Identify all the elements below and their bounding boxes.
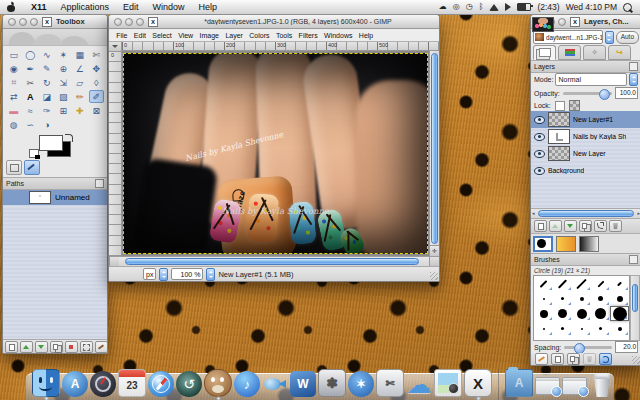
image-menu-layer[interactable]: Layer <box>222 32 246 39</box>
wifi-icon[interactable] <box>489 4 499 11</box>
vertical-scrollbar[interactable]: ✛ <box>429 51 439 256</box>
image-selector-stepper[interactable] <box>605 31 614 44</box>
raise-layer-button[interactable] <box>549 220 562 232</box>
zoom-input[interactable]: 100 % <box>171 268 203 280</box>
dock-icon-itunes[interactable]: ♪ <box>234 371 260 397</box>
brush-cell[interactable] <box>572 276 591 291</box>
brush-cell[interactable] <box>591 291 610 306</box>
fuzzy-select-icon[interactable]: ✶ <box>56 48 72 61</box>
brush-cell[interactable] <box>534 306 553 321</box>
zoom-button[interactable] <box>558 18 566 26</box>
apple-menu-icon[interactable] <box>7 3 16 12</box>
pencil-tool-icon[interactable]: ✏ <box>72 90 88 103</box>
brush-cell[interactable] <box>534 276 553 291</box>
visibility-eye-icon[interactable] <box>534 133 545 141</box>
dock-icon-finder[interactable] <box>32 369 60 397</box>
delete-brush-button[interactable] <box>583 353 596 365</box>
image-menu-image[interactable]: Image <box>196 32 222 39</box>
brush-cell[interactable] <box>572 306 591 321</box>
image-menu-colors[interactable]: Colors <box>246 32 273 39</box>
quick-mask-button[interactable] <box>109 257 119 266</box>
duplicate-layer-button[interactable] <box>579 220 592 232</box>
brush-cell[interactable] <box>610 291 629 306</box>
dock-icon-word[interactable]: W <box>290 371 316 397</box>
swap-colors-icon[interactable] <box>65 134 73 142</box>
ink-tool-icon[interactable]: ✑ <box>39 104 55 117</box>
foreground-color-swatch[interactable] <box>39 135 63 151</box>
menu-applications[interactable]: Applications <box>54 2 117 12</box>
measure-tool-icon[interactable]: ∠ <box>72 62 88 75</box>
image-menu-help[interactable]: Help <box>356 32 377 39</box>
brush-cell[interactable] <box>553 306 572 321</box>
delete-layer-button[interactable] <box>609 220 622 232</box>
zoom-button[interactable] <box>30 18 38 26</box>
airbrush-tool-icon[interactable]: ≈ <box>23 104 39 117</box>
bluetooth-icon[interactable]: ᛒ <box>479 0 484 14</box>
image-canvas[interactable]: china glaze Nail Lacquer WITH HARDENERS … <box>122 51 429 256</box>
dock-icon-time-machine[interactable]: ↺ <box>176 371 202 397</box>
image-menu-select[interactable]: Select <box>149 32 175 39</box>
color-picker-icon[interactable]: ✎ <box>39 62 55 75</box>
brush-cell[interactable] <box>591 306 610 321</box>
dock-icon-dashboard[interactable] <box>90 371 116 397</box>
brushes-menu-button[interactable] <box>629 255 638 264</box>
sync-icon[interactable]: ◎ <box>453 0 460 14</box>
zoom-stepper[interactable] <box>206 268 215 281</box>
brush-cell[interactable] <box>534 291 553 306</box>
layer-row[interactable]: Nails by Kayla Sh <box>531 128 640 145</box>
duplicate-path-button[interactable] <box>50 341 63 353</box>
brushes-scrollbar-thumb[interactable] <box>632 284 638 312</box>
brush-cell[interactable] <box>534 321 553 336</box>
spacing-slider-thumb[interactable] <box>574 343 585 354</box>
layer-row[interactable]: Background <box>531 162 640 179</box>
tab-paths[interactable]: ✧ <box>583 45 606 60</box>
dock-icon-mobileme-cloud[interactable]: ☁ <box>406 371 432 397</box>
image-menu-file[interactable]: File <box>113 32 131 39</box>
zoom-button[interactable] <box>136 18 144 26</box>
unit-select[interactable]: px <box>143 268 156 280</box>
spotlight-icon[interactable] <box>623 3 632 12</box>
visibility-eye-icon[interactable] <box>534 150 545 158</box>
opacity-value[interactable]: 100.0 <box>615 87 638 99</box>
tab-device-status[interactable] <box>6 160 22 175</box>
active-brush-preview[interactable] <box>533 236 553 252</box>
dock-icon-app-store[interactable]: A <box>62 371 88 397</box>
dock-icon-sync-app[interactable]: ✶ <box>348 371 374 397</box>
layers-hscrollbar-thumb[interactable] <box>538 210 634 217</box>
move-tool-icon[interactable]: ✥ <box>89 62 105 75</box>
flip-tool-icon[interactable]: ⇄ <box>6 90 22 103</box>
menu-edit[interactable]: Edit <box>116 2 146 12</box>
dock-icon-grab-utility[interactable]: ✄ <box>376 369 404 397</box>
blur-tool-icon[interactable]: ◍ <box>6 118 22 131</box>
foreground-select-icon[interactable]: ◉ <box>6 62 22 75</box>
image-menu-tools[interactable]: Tools <box>273 32 296 39</box>
shear-tool-icon[interactable]: ▱ <box>72 76 88 89</box>
minimize-button[interactable] <box>19 18 27 26</box>
dock-icon-trash[interactable] <box>589 371 615 397</box>
minimize-button[interactable] <box>125 18 133 26</box>
dock-icon-applications-folder[interactable]: A <box>505 369 533 397</box>
lower-layer-button[interactable] <box>564 220 577 232</box>
lock-checkbox[interactable] <box>555 101 565 111</box>
visibility-eye-icon[interactable] <box>534 167 545 175</box>
text-tool-icon[interactable]: A <box>23 90 39 103</box>
select-by-color-icon[interactable]: ▦ <box>72 48 88 61</box>
brush-cell[interactable] <box>572 321 591 336</box>
brush-cell[interactable] <box>610 276 629 291</box>
blend-tool-icon[interactable]: ▨ <box>56 90 72 103</box>
dock-icon-calendar[interactable]: 23 <box>118 369 146 397</box>
unit-stepper[interactable] <box>159 268 168 281</box>
spacing-value[interactable]: 20.0 <box>615 341 638 353</box>
brush-cell[interactable] <box>572 291 591 306</box>
crop-tool-icon[interactable]: ✂ <box>23 76 39 89</box>
image-menu-edit[interactable]: Edit <box>131 32 149 39</box>
cloud-icon[interactable]: ☁ <box>439 0 447 14</box>
brush-cell[interactable] <box>553 276 572 291</box>
visibility-eye-icon[interactable] <box>534 116 545 124</box>
dock-icon-minimized-window[interactable] <box>535 377 560 395</box>
mode-select[interactable]: Normal <box>555 73 627 86</box>
menu-help[interactable]: Help <box>192 2 225 12</box>
clone-tool-icon[interactable]: ⊞ <box>56 104 72 117</box>
vertical-ruler[interactable]: 0 <box>109 51 122 256</box>
horizontal-scrollbar-thumb[interactable] <box>125 258 419 265</box>
